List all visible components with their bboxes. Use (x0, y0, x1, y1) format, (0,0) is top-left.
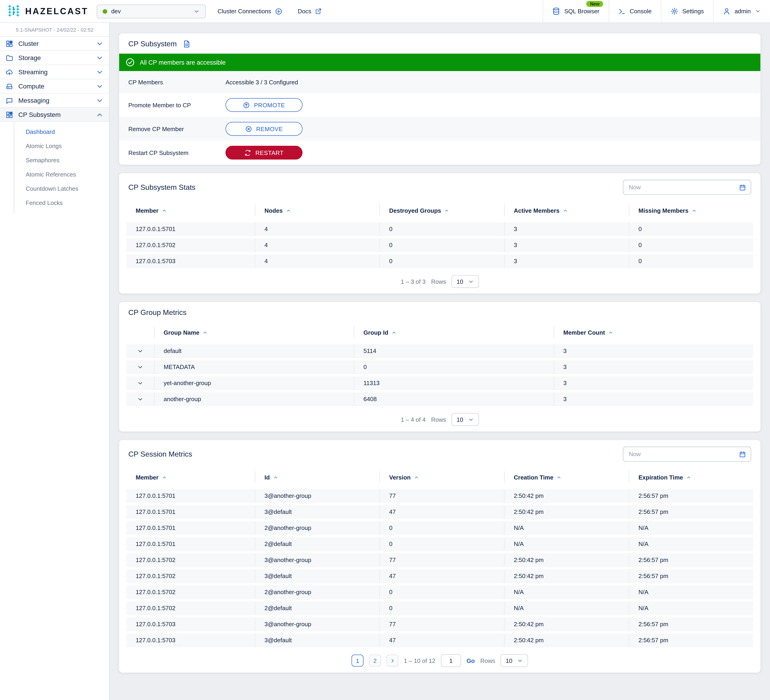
stats-col-active[interactable]: Active Members (504, 204, 629, 216)
expand-row-button[interactable] (126, 360, 154, 374)
promote-button[interactable]: PROMOTE (225, 98, 302, 112)
sessions-table-row: 127.0.0.1:5702 2@default 0 N/A N/A (126, 601, 753, 615)
sessions-table-row: 127.0.0.1:5701 2@another-group 0 N/A N/A (126, 521, 753, 535)
page-button-2[interactable]: 2 (369, 655, 381, 666)
stats-table-row: 127.0.0.1:5703 4 0 3 0 (126, 254, 753, 268)
page-input[interactable] (441, 654, 461, 667)
submenu-item[interactable]: Semaphores (14, 153, 109, 167)
stats-col-missing[interactable]: Missing Members (629, 204, 754, 216)
cluster-connections-link[interactable]: Cluster Connections (217, 8, 282, 15)
user-menu[interactable]: admin (713, 0, 770, 23)
expand-row-button[interactable] (126, 392, 154, 406)
sessions-page-size-select[interactable]: 10 (501, 654, 528, 667)
arrow-up-circle-icon (243, 102, 250, 109)
expand-row-button[interactable] (126, 376, 154, 390)
groups-col-count[interactable]: Member Count (554, 326, 754, 338)
docs-link[interactable]: Docs (298, 8, 322, 15)
console-label: Console (630, 8, 652, 15)
check-circle-icon (126, 58, 135, 67)
chevron-right-icon (389, 658, 395, 664)
sql-browser-label: SQL Browser (564, 8, 600, 15)
cp-group-metrics-panel: CP Group Metrics Group Name Group Id Mem… (119, 301, 761, 432)
sort-asc-icon (686, 475, 691, 480)
sessions-col-member[interactable]: Member (126, 471, 255, 483)
stats-time-picker[interactable]: Now (623, 180, 751, 195)
page-button-1[interactable]: 1 (351, 655, 364, 666)
sort-asc-icon (286, 208, 291, 213)
stats-page-size-select[interactable]: 10 (451, 275, 479, 288)
stats-col-destroyed[interactable]: Destroyed Groups (380, 204, 504, 216)
status-banner-text: All CP members are accessible (140, 59, 226, 66)
sidebar-item-cluster[interactable]: Cluster (0, 37, 109, 51)
calendar-icon (739, 183, 746, 191)
sort-asc-icon (273, 475, 278, 480)
sessions-table-row: 127.0.0.1:5702 3@another-group 77 2:50:4… (126, 553, 753, 567)
chevron-down-icon (193, 8, 200, 15)
sessions-time-picker[interactable]: Now (623, 447, 751, 462)
sql-browser-button[interactable]: New SQL Browser (543, 0, 609, 23)
sort-asc-icon (556, 475, 562, 480)
submenu-item[interactable]: Fenced Locks (14, 196, 109, 210)
cp-subsystem-stats-panel: CP Subsystem Stats Now Member Nodes Dest… (119, 173, 761, 294)
stats-table-row: 127.0.0.1:5702 4 0 3 0 (126, 238, 753, 252)
sessions-col-id[interactable]: Id (255, 471, 380, 483)
groups-table: Group Name Group Id Member Count default… (119, 324, 760, 406)
groups-table-row: METADATA 0 3 (126, 360, 753, 374)
groups-page-size-select[interactable]: 10 (451, 413, 479, 426)
sidebar-item-compute[interactable]: Compute (0, 79, 109, 94)
remove-button[interactable]: REMOVE (225, 122, 302, 136)
console-button[interactable]: Console (609, 0, 661, 23)
sessions-table-row: 127.0.0.1:5701 2@default 0 N/A N/A (126, 537, 753, 551)
header-actions: New SQL Browser Console Settings admin (543, 0, 770, 23)
database-icon (552, 7, 560, 15)
go-button[interactable]: Go (467, 657, 475, 664)
promote-label: Promote Member to CP (128, 102, 225, 109)
submenu-item[interactable]: Atomic Longs (14, 139, 109, 153)
chevron-down-icon (96, 68, 104, 76)
sessions-pagination: 1 2 1 – 10 of 12 Go Rows 10 (119, 650, 760, 672)
groups-col-name[interactable]: Group Name (154, 326, 354, 338)
sidebar: 5.1-SNAPSHOT - 24/02/22 - 02:52 Cluster … (0, 23, 110, 700)
groups-col-expand (126, 326, 154, 338)
expand-row-button[interactable] (126, 344, 154, 358)
cp-subsystem-submenu: Dashboard Atomic Longs Semaphores Atomic… (14, 122, 109, 214)
sidebar-item-cp-subsystem[interactable]: CP Subsystem (0, 108, 109, 122)
version-label: 5.1-SNAPSHOT - 24/02/22 - 02:52 (0, 23, 109, 37)
restart-row: Restart CP Subsystem RESTART (119, 141, 760, 165)
settings-button[interactable]: Settings (661, 0, 713, 23)
server-icon (5, 82, 13, 90)
settings-label: Settings (682, 8, 704, 15)
chevron-down-icon (96, 82, 104, 90)
page-title: CP Subsystem (128, 40, 191, 48)
chevron-down-icon (517, 658, 523, 664)
rows-label: Rows (431, 416, 446, 423)
stats-col-nodes[interactable]: Nodes (255, 204, 380, 216)
new-badge: New (586, 1, 603, 7)
chevron-down-icon (137, 364, 144, 370)
sessions-col-expiration[interactable]: Expiration Time (629, 471, 754, 483)
hazelcast-logo[interactable]: HAZELCAST (0, 4, 97, 18)
submenu-item[interactable]: Atomic References (14, 167, 109, 181)
sort-asc-icon (414, 475, 419, 480)
sort-asc-icon (162, 475, 167, 480)
cluster-select[interactable]: dev (97, 4, 205, 18)
next-page-button[interactable] (387, 655, 398, 666)
sessions-col-creation[interactable]: Creation Time (504, 471, 629, 483)
restart-button[interactable]: RESTART (225, 146, 302, 160)
external-link-icon (315, 8, 322, 15)
submenu-item[interactable]: Dashboard (14, 125, 109, 139)
stats-col-member[interactable]: Member (126, 204, 255, 216)
document-icon[interactable] (182, 40, 191, 48)
cp-subsystem-panel-head: CP Subsystem (119, 34, 760, 53)
groups-col-id[interactable]: Group Id (354, 326, 554, 338)
sidebar-item-streaming[interactable]: Streaming (0, 65, 109, 79)
sidebar-item-messaging[interactable]: Messaging (0, 94, 109, 108)
chevron-down-icon (468, 279, 474, 284)
groups-table-row: default 5114 3 (126, 344, 753, 358)
chevron-down-icon (137, 380, 144, 386)
chevron-down-icon (137, 348, 144, 354)
sessions-col-version[interactable]: Version (380, 471, 504, 483)
terminal-icon (618, 8, 626, 15)
submenu-item[interactable]: Countdown Latches (14, 181, 109, 196)
sidebar-item-storage[interactable]: Storage (0, 51, 109, 65)
